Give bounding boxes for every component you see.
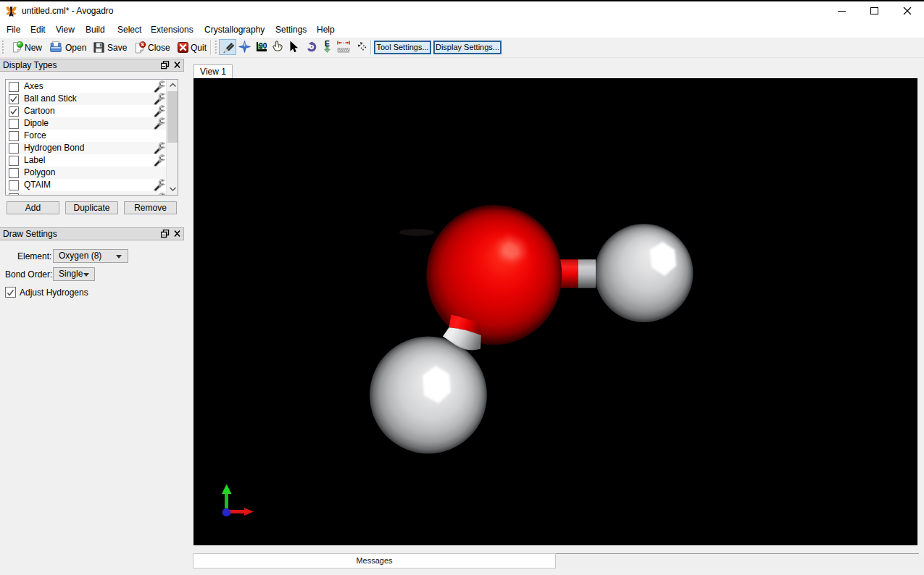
svg-text:90: 90 (259, 42, 267, 50)
